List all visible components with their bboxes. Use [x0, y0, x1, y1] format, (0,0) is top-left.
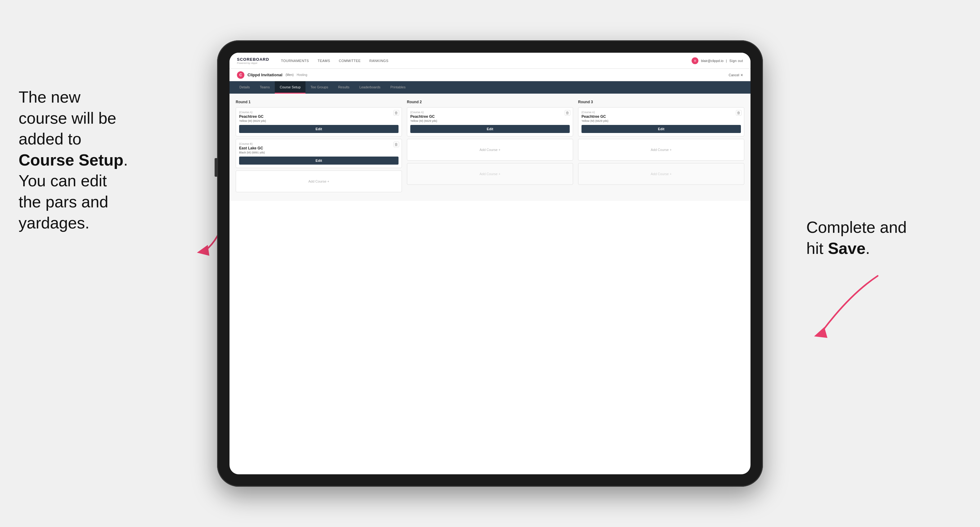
svg-marker-0	[197, 245, 209, 256]
round-3-course-a-card: 🗑 (Course A) Peachtree GC Yellow (M) (66…	[578, 107, 744, 137]
round-2-course-a-label: (Course A)	[410, 111, 570, 114]
trash-icon: 🗑	[395, 142, 398, 147]
round-1-course-a-label: (Course A)	[239, 111, 399, 114]
logo-subtitle: Powered by clippd	[237, 62, 269, 65]
round-3-column: Round 3 🗑 (Course A) Peachtree GC Yellow…	[578, 100, 744, 195]
tab-course-setup[interactable]: Course Setup	[275, 81, 305, 94]
nav-separator: |	[726, 59, 727, 63]
round-3-course-a-edit-button[interactable]: Edit	[581, 125, 741, 133]
tab-printables[interactable]: Printables	[385, 81, 410, 94]
round-2-course-a-delete[interactable]: 🗑	[565, 110, 570, 116]
round-3-add-course-active-button[interactable]: Add Course +	[578, 139, 744, 160]
cancel-button[interactable]: Cancel ×	[729, 73, 743, 78]
round-1-course-a-name: Peachtree GC	[239, 114, 399, 119]
round-2-course-a-name: Peachtree GC	[410, 114, 570, 119]
round-3-add-course-disabled-label: Add Course +	[651, 172, 672, 176]
round-1-course-a-edit-button[interactable]: Edit	[239, 125, 399, 133]
round-1-column: Round 1 🗑 (Course A) Peachtree GC Yellow…	[236, 100, 402, 195]
round-2-course-a-tee: Yellow (M) (6629 yds)	[410, 119, 570, 122]
left-annotation: The new course will be added to Course S…	[19, 87, 211, 233]
nav-tournaments[interactable]: TOURNAMENTS	[281, 59, 309, 63]
logo-title: SCOREBOARD	[237, 57, 269, 62]
round-1-course-a-card: 🗑 (Course A) Peachtree GC Yellow (M) (66…	[236, 107, 402, 137]
tab-details[interactable]: Details	[234, 81, 255, 94]
round-2-add-course-disabled-label: Add Course +	[479, 172, 501, 176]
tournament-gender: (Men)	[286, 73, 294, 76]
trash-icon: 🗑	[737, 111, 741, 115]
sign-out-link[interactable]: Sign out	[729, 59, 743, 63]
round-3-course-a-name: Peachtree GC	[581, 114, 741, 119]
round-1-add-course-label: Add Course +	[308, 179, 329, 183]
round-3-course-a-label: (Course A)	[581, 111, 741, 114]
tablet-side-button	[215, 158, 217, 177]
tab-tee-groups[interactable]: Tee Groups	[305, 81, 333, 94]
round-2-course-a-card: 🗑 (Course A) Peachtree GC Yellow (M) (66…	[407, 107, 573, 137]
user-email: blair@clippd.io	[701, 59, 723, 63]
round-1-course-b-name: East Lake GC	[239, 146, 399, 150]
trash-icon: 🗑	[395, 111, 398, 115]
content-area: Round 1 🗑 (Course A) Peachtree GC Yellow…	[229, 94, 751, 201]
round-2-column: Round 2 🗑 (Course A) Peachtree GC Yellow…	[407, 100, 573, 195]
round-2-title: Round 2	[407, 100, 573, 104]
tournament-name: Clippd Invitational	[248, 73, 283, 77]
round-3-title: Round 3	[578, 100, 744, 104]
right-arrow	[791, 270, 890, 350]
round-1-title: Round 1	[236, 100, 402, 104]
avatar: B	[692, 57, 698, 64]
tablet-frame: SCOREBOARD Powered by clippd TOURNAMENTS…	[217, 40, 763, 487]
nav-rankings[interactable]: RANKINGS	[369, 59, 388, 63]
round-2-add-course-active-button[interactable]: Add Course +	[407, 139, 573, 160]
nav-committee[interactable]: COMMITTEE	[339, 59, 361, 63]
cancel-icon: ×	[741, 73, 743, 78]
scoreboard-logo: SCOREBOARD Powered by clippd	[237, 57, 269, 65]
round-1-course-b-card: 🗑 (Course B) East Lake GC Black (M) (689…	[236, 139, 402, 168]
left-annotation-bold: Course Setup	[19, 151, 123, 169]
round-3-course-a-delete[interactable]: 🗑	[736, 110, 741, 116]
tab-teams[interactable]: Teams	[255, 81, 275, 94]
svg-marker-1	[814, 327, 827, 338]
round-1-course-b-tee: Black (M) (6891 yds)	[239, 151, 399, 154]
tab-leaderboards[interactable]: Leaderboards	[355, 81, 385, 94]
round-1-course-b-label: (Course B)	[239, 142, 399, 145]
round-1-course-a-delete[interactable]: 🗑	[393, 110, 399, 116]
round-1-course-b-delete[interactable]: 🗑	[393, 142, 399, 147]
round-2-add-course-disabled: Add Course +	[407, 163, 573, 185]
top-nav: SCOREBOARD Powered by clippd TOURNAMENTS…	[229, 53, 751, 69]
round-3-add-course-disabled: Add Course +	[578, 163, 744, 185]
right-annotation-bold: Save	[828, 239, 865, 257]
tabs-bar: Details Teams Course Setup Tee Groups Re…	[229, 81, 751, 94]
round-2-add-course-active-label: Add Course +	[479, 148, 501, 152]
round-1-course-b-edit-button[interactable]: Edit	[239, 157, 399, 165]
tab-results[interactable]: Results	[333, 81, 355, 94]
right-annotation: Complete and hit Save.	[806, 217, 961, 259]
round-3-course-a-tee: Yellow (M) (6629 yds)	[581, 119, 741, 122]
tournament-logo: C	[237, 71, 244, 79]
rounds-grid: Round 1 🗑 (Course A) Peachtree GC Yellow…	[236, 100, 744, 195]
round-3-add-course-active-label: Add Course +	[651, 148, 672, 152]
nav-user-section: B blair@clippd.io | Sign out	[692, 57, 743, 64]
trash-icon: 🗑	[566, 111, 570, 115]
tournament-bar: C Clippd Invitational (Men) Hosting Canc…	[229, 69, 751, 81]
round-1-add-course-button[interactable]: Add Course +	[236, 170, 402, 192]
round-1-course-a-tee: Yellow (M) (6629 yds)	[239, 119, 399, 122]
nav-teams[interactable]: TEAMS	[318, 59, 330, 63]
tablet-screen: SCOREBOARD Powered by clippd TOURNAMENTS…	[229, 53, 751, 474]
round-2-course-a-edit-button[interactable]: Edit	[410, 125, 570, 133]
tournament-status: Hosting	[297, 73, 307, 76]
